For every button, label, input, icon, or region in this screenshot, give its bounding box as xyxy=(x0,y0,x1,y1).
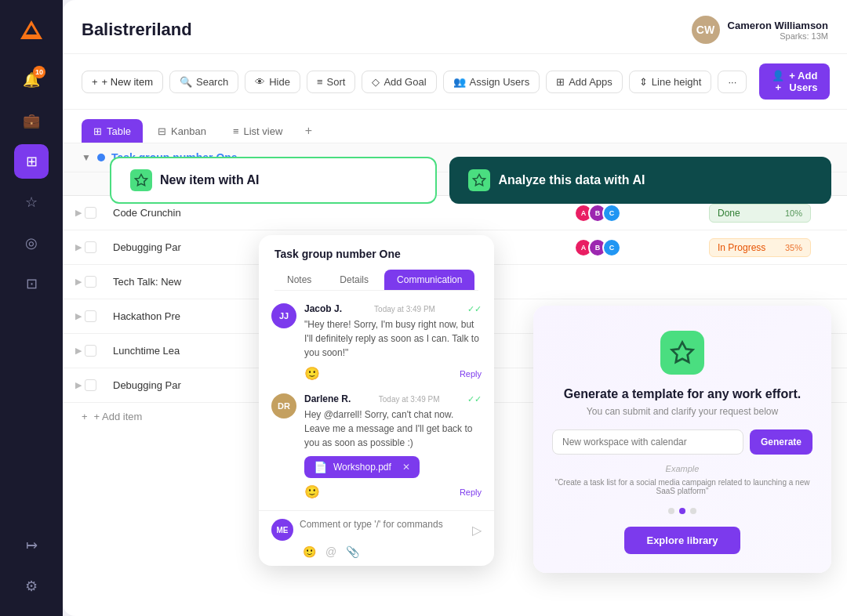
sidebar-item-grid[interactable]: ⊞ xyxy=(14,144,49,179)
attach-toolbar-icon[interactable]: 📎 xyxy=(346,545,359,558)
row-status: In Progress 35% xyxy=(709,238,834,257)
msg-read-icon: ✓✓ xyxy=(467,304,482,314)
row-checkbox[interactable] xyxy=(85,310,96,322)
eye-icon: 👁 xyxy=(255,76,265,88)
emoji-button[interactable]: 🙂 xyxy=(304,484,320,499)
row-checkbox[interactable] xyxy=(85,379,96,391)
tab-kanban[interactable]: ⊟ Kanban xyxy=(146,119,218,143)
user-info-area: CW Cameron Williamson Sparks: 13M xyxy=(692,16,828,44)
msg-name: Darlene R. xyxy=(304,393,351,404)
row-expand-icon[interactable]: ▶ xyxy=(75,311,82,321)
ai-new-icon xyxy=(130,169,152,191)
kanban-icon: ⊟ xyxy=(158,125,166,137)
sidebar-item-briefcase[interactable]: 💼 xyxy=(14,103,49,138)
sidebar-item-bell[interactable]: 🔔 10 xyxy=(14,63,49,97)
user-details: Cameron Williamson Sparks: 13M xyxy=(728,20,828,41)
settings-icon: ⚙ xyxy=(25,578,38,595)
add-view-button[interactable]: + xyxy=(297,120,319,142)
search-button[interactable]: 🔍 Search xyxy=(169,71,238,93)
row-expand-icon[interactable]: ▶ xyxy=(75,242,82,252)
user-avatar[interactable]: CW xyxy=(692,16,720,44)
new-item-button[interactable]: + + New item xyxy=(82,71,163,93)
search-icon: 🔍 xyxy=(180,76,192,88)
sidebar-item-arrow[interactable]: ↦ xyxy=(14,528,49,563)
row-expand-icon[interactable]: ▶ xyxy=(75,346,82,356)
row-expand-icon[interactable]: ▶ xyxy=(75,208,82,218)
ai-dots xyxy=(552,508,812,514)
th-checkbox xyxy=(75,172,107,195)
attachment[interactable]: 📄 Workshop.pdf ✕ xyxy=(304,456,420,478)
sort-button[interactable]: ≡ Sort xyxy=(307,71,355,93)
comm-tabs: Notes Details Communication xyxy=(274,270,478,291)
row-checkbox[interactable] xyxy=(85,345,96,357)
arrow-icon: ↦ xyxy=(26,537,38,554)
msg-time: Today at 3:49 PM xyxy=(374,305,435,313)
ai-analyze-icon xyxy=(468,169,490,191)
row-expand-icon[interactable]: ▶ xyxy=(75,380,82,390)
assign-users-button[interactable]: 👥 Assign Users xyxy=(443,71,540,93)
emoji-toolbar-icon[interactable]: 🙂 xyxy=(303,545,316,558)
msg-header: Jacob J. Today at 3:49 PM ✓✓ xyxy=(304,303,482,314)
ai-panel-icon xyxy=(660,331,704,375)
dot-2 xyxy=(679,508,685,514)
reply-button[interactable]: Reply xyxy=(460,369,482,379)
more-icon: ··· xyxy=(728,76,736,88)
row-expand-icon[interactable]: ▶ xyxy=(75,277,82,287)
ai-overlay: New item with AI Analyze this data with … xyxy=(110,157,831,204)
row-avatars: A B C xyxy=(568,238,709,257)
row-checkbox[interactable] xyxy=(85,207,96,219)
explore-library-button[interactable]: Explore library xyxy=(624,527,740,554)
row-name: Code Crunchin xyxy=(107,207,295,219)
group-dot xyxy=(97,154,105,161)
row-checkbox[interactable] xyxy=(85,241,96,253)
dot-1 xyxy=(668,508,674,514)
sidebar-item-target[interactable]: ◎ xyxy=(14,226,49,260)
line-height-button[interactable]: ⇕ Line height xyxy=(629,71,712,93)
add-users-button[interactable]: 👤+ + Add Users xyxy=(759,63,830,100)
sidebar-item-apps[interactable]: ⊡ xyxy=(14,266,49,301)
more-button[interactable]: ··· xyxy=(718,71,747,93)
add-user-icon: 👤+ xyxy=(772,70,784,93)
emoji-button[interactable]: 🙂 xyxy=(304,366,320,381)
star-icon: ☆ xyxy=(25,194,38,211)
analyze-ai-button[interactable]: Analyze this data with AI xyxy=(449,157,831,204)
reply-button[interactable]: Reply xyxy=(460,487,482,497)
sidebar-item-settings[interactable]: ⚙ xyxy=(14,569,49,603)
goal-icon: ◇ xyxy=(372,76,380,88)
tab-communication[interactable]: Communication xyxy=(384,270,474,290)
group-toggle-icon[interactable]: ▼ xyxy=(82,152,91,163)
generate-button[interactable]: Generate xyxy=(750,429,812,455)
row-avatars: A B C xyxy=(568,204,709,223)
attachment-close-icon[interactable]: ✕ xyxy=(402,462,410,473)
avatar: C xyxy=(602,238,621,257)
apps-icon: ⊡ xyxy=(26,275,38,292)
hide-button[interactable]: 👁 Hide xyxy=(245,71,300,93)
comm-header: Task group number One Notes Details Comm… xyxy=(259,235,494,291)
apps-toolbar-icon: ⊞ xyxy=(556,76,565,88)
tab-notes[interactable]: Notes xyxy=(274,270,324,290)
msg-content: Darlene R. Today at 3:49 PM ✓✓ Hey @darr… xyxy=(304,393,482,499)
view-tabs: ⊞ Table ⊟ Kanban ≡ List view + xyxy=(63,110,847,143)
message-item: DR Darlene R. Today at 3:49 PM ✓✓ Hey @d… xyxy=(271,393,482,499)
msg-reactions: 🙂 Reply xyxy=(304,366,482,381)
comment-input[interactable] xyxy=(300,519,466,530)
sidebar-item-star[interactable]: ☆ xyxy=(14,185,49,219)
new-item-ai-button[interactable]: New item with AI xyxy=(110,157,437,204)
add-goal-button[interactable]: ◇ Add Goal xyxy=(362,71,436,93)
tab-table[interactable]: ⊞ Table xyxy=(82,119,143,143)
app-logo[interactable] xyxy=(14,13,49,47)
tab-list-view[interactable]: ≡ List view xyxy=(221,119,294,143)
users-icon: 👥 xyxy=(453,76,466,88)
msg-header: Darlene R. Today at 3:49 PM ✓✓ xyxy=(304,393,482,404)
comm-toolbar: 🙂 @ 📎 xyxy=(271,545,482,558)
row-checkbox[interactable] xyxy=(85,276,96,288)
add-apps-button[interactable]: ⊞ Add Apps xyxy=(546,71,623,93)
msg-reactions: 🙂 Reply xyxy=(304,484,482,499)
row-status: Done 10% xyxy=(709,204,834,223)
send-button[interactable]: ▷ xyxy=(472,523,482,538)
ai-template-input[interactable] xyxy=(552,429,743,455)
table-icon: ⊞ xyxy=(93,125,102,137)
main-content: Balistreriland CW Cameron Williamson Spa… xyxy=(63,0,847,616)
mention-toolbar-icon[interactable]: @ xyxy=(325,545,336,558)
tab-details[interactable]: Details xyxy=(327,270,381,290)
